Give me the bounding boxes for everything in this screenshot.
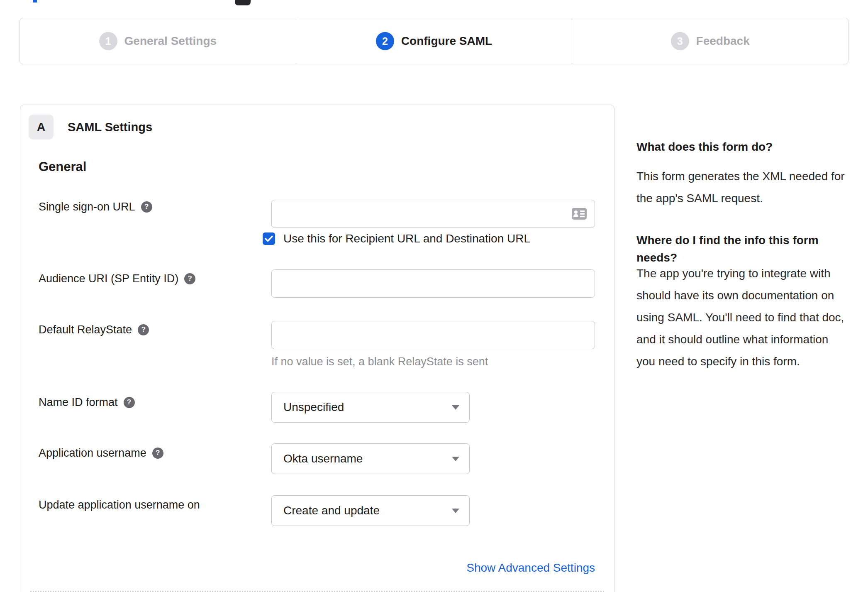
step-3-label: Feedback	[696, 34, 750, 48]
chevron-down-icon	[452, 509, 459, 513]
app-username-label-row: Application username ?	[39, 446, 163, 460]
sso-url-label: Single sign-on URL	[39, 200, 135, 214]
name-id-format-select[interactable]: Unspecified	[271, 392, 470, 423]
sso-url-input[interactable]	[271, 200, 595, 228]
step-2-label: Configure SAML	[401, 34, 492, 48]
update-username-label-row: Update application username on	[39, 498, 200, 512]
help-icon[interactable]: ?	[184, 273, 195, 284]
show-advanced-settings-link[interactable]: Show Advanced Settings	[466, 561, 595, 575]
update-username-value: Create and update	[283, 504, 380, 517]
sidebar-paragraph-where: The app you're trying to integrate with …	[636, 262, 849, 372]
relaystate-label-row: Default RelayState ?	[39, 323, 149, 337]
sidebar-heading-where: Where do I find the info this form needs…	[636, 232, 844, 267]
relaystate-input[interactable]	[271, 321, 595, 349]
update-username-select[interactable]: Create and update	[271, 495, 470, 526]
sso-url-label-row: Single sign-on URL ?	[39, 200, 152, 214]
name-id-format-label-row: Name ID format ?	[39, 395, 135, 409]
name-id-format-label: Name ID format	[39, 395, 118, 409]
step-3-circle: 3	[671, 32, 689, 50]
sso-url-input-wrap	[271, 200, 595, 228]
general-heading: General	[39, 159, 86, 174]
update-username-label: Update application username on	[39, 498, 200, 512]
cutoff-active-tab-indicator	[33, 0, 37, 2]
sidebar-heading-what: What does this form do?	[636, 138, 844, 156]
cutoff-toggle-icon	[235, 0, 251, 5]
recipient-url-checkbox[interactable]	[263, 232, 275, 245]
help-icon[interactable]: ?	[141, 201, 152, 213]
audience-uri-label: Audience URI (SP Entity ID)	[39, 272, 178, 286]
relaystate-label: Default RelayState	[39, 323, 132, 337]
section-badge: A	[29, 115, 54, 139]
step-feedback[interactable]: 3 Feedback	[572, 18, 848, 64]
chevron-down-icon	[452, 457, 459, 461]
app-username-select[interactable]: Okta username	[271, 443, 470, 474]
setup-stepper: 1 General Settings 2 Configure SAML 3 Fe…	[20, 18, 848, 64]
audience-uri-input[interactable]	[271, 269, 595, 298]
saml-settings-panel: A SAML Settings General Single sign-on U…	[20, 105, 614, 592]
step-general-settings[interactable]: 1 General Settings	[20, 18, 296, 64]
name-id-format-value: Unspecified	[283, 401, 344, 414]
app-username-value: Okta username	[283, 452, 363, 465]
step-1-circle: 1	[99, 32, 117, 50]
help-icon[interactable]: ?	[152, 448, 163, 459]
step-configure-saml[interactable]: 2 Configure SAML	[296, 18, 572, 64]
help-icon[interactable]: ?	[124, 397, 135, 408]
recipient-url-checkbox-row: Use this for Recipient URL and Destinati…	[263, 232, 530, 245]
relaystate-hint: If no value is set, a blank RelayState i…	[271, 355, 488, 368]
panel-title: SAML Settings	[68, 120, 152, 134]
step-2-circle: 2	[376, 32, 394, 50]
chevron-down-icon	[452, 405, 459, 410]
audience-uri-label-row: Audience URI (SP Entity ID) ?	[39, 272, 195, 286]
contact-card-icon[interactable]	[572, 208, 587, 220]
checkmark-icon	[265, 235, 273, 242]
app-username-label: Application username	[39, 446, 146, 460]
sidebar-paragraph-what: This form generates the XML needed for t…	[636, 165, 849, 209]
help-icon[interactable]: ?	[138, 324, 149, 335]
step-1-label: General Settings	[124, 34, 217, 48]
recipient-url-checkbox-label[interactable]: Use this for Recipient URL and Destinati…	[283, 232, 530, 245]
